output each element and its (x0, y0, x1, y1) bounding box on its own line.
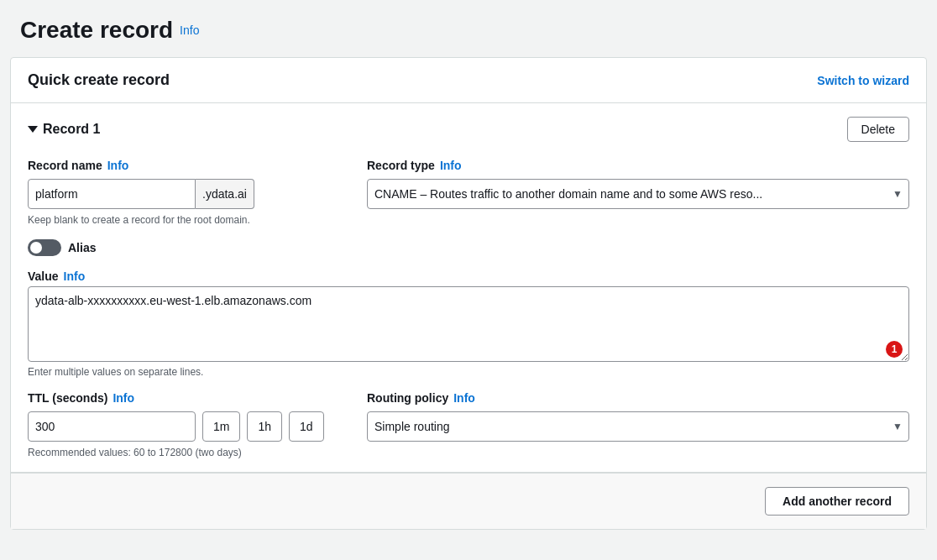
record-section: Record 1 Delete Record name Info .ydata.… (11, 103, 926, 473)
main-card: Quick create record Switch to wizard Rec… (10, 57, 927, 530)
value-textarea-wrapper: 1 (28, 286, 909, 364)
value-section: Value Info 1 Enter multiple values on se… (28, 270, 909, 378)
value-info-link[interactable]: Info (64, 270, 86, 283)
page-title: Create record (20, 17, 173, 44)
ttl-input-row: 1m 1h 1d (28, 411, 347, 442)
value-label-text: Value (28, 270, 59, 283)
record-type-label-text: Record type (367, 159, 435, 172)
record-type-select[interactable]: CNAME – Routes traffic to another domain… (367, 179, 909, 209)
ttl-label: TTL (seconds) Info (28, 391, 347, 405)
record-name-label: Record name Info (28, 159, 347, 172)
ttl-info-link[interactable]: Info (113, 391, 134, 405)
switch-to-wizard-link[interactable]: Switch to wizard (817, 74, 909, 87)
record-section-title: Record 1 (28, 122, 100, 137)
value-label: Value Info (28, 270, 909, 283)
add-record-button[interactable]: Add another record (765, 487, 909, 516)
record-name-hint: Keep blank to create a record for the ro… (28, 214, 347, 226)
page-header: Create record Info (0, 0, 937, 57)
record-name-label-text: Record name (28, 159, 102, 172)
record-section-header: Record 1 Delete (28, 117, 909, 142)
card-header: Quick create record Switch to wizard (11, 58, 926, 103)
page-info-link[interactable]: Info (180, 24, 199, 37)
domain-suffix: .ydata.ai (196, 179, 254, 209)
ttl-label-text: TTL (seconds) (28, 391, 107, 405)
record-type-label: Record type Info (367, 159, 909, 172)
routing-policy-select[interactable]: Simple routing (367, 411, 909, 442)
routing-policy-info-link[interactable]: Info (453, 391, 475, 405)
card-header-title: Quick create record (28, 71, 170, 89)
routing-policy-select-wrapper: Simple routing ▼ (367, 411, 909, 442)
record-name-input[interactable] (28, 179, 196, 209)
record-name-wrapper: .ydata.ai (28, 179, 347, 209)
alias-slider (28, 239, 61, 256)
ttl-preset-1d[interactable]: 1d (289, 411, 324, 442)
value-error-badge: 1 (886, 341, 903, 358)
record-type-info-link[interactable]: Info (440, 159, 462, 172)
record-name-group: Record name Info .ydata.ai Keep blank to… (28, 159, 347, 226)
value-textarea[interactable] (28, 286, 909, 362)
ttl-preset-1m[interactable]: 1m (202, 411, 240, 442)
collapse-icon[interactable] (28, 126, 38, 133)
value-hint: Enter multiple values on separate lines. (28, 366, 203, 378)
alias-label: Alias (68, 241, 96, 254)
record-type-select-wrapper: CNAME – Routes traffic to another domain… (367, 179, 909, 209)
routing-policy-label: Routing policy Info (367, 391, 909, 405)
routing-policy-label-text: Routing policy (367, 391, 448, 405)
form-row-name-type: Record name Info .ydata.ai Keep blank to… (28, 159, 909, 226)
record-type-group: Record type Info CNAME – Routes traffic … (367, 159, 909, 226)
record-name-info-link[interactable]: Info (107, 159, 129, 172)
alias-toggle[interactable] (28, 239, 61, 256)
ttl-preset-1h[interactable]: 1h (247, 411, 282, 442)
ttl-routing-row: TTL (seconds) Info 1m 1h 1d Recommended … (28, 391, 909, 458)
alias-row: Alias (28, 239, 909, 256)
ttl-input[interactable] (28, 411, 196, 442)
delete-button[interactable]: Delete (847, 117, 909, 142)
card-footer: Add another record (11, 473, 926, 529)
record-title-label: Record 1 (43, 122, 100, 137)
routing-policy-group: Routing policy Info Simple routing ▼ (367, 391, 909, 458)
ttl-group: TTL (seconds) Info 1m 1h 1d Recommended … (28, 391, 347, 458)
ttl-hint: Recommended values: 60 to 172800 (two da… (28, 447, 347, 458)
